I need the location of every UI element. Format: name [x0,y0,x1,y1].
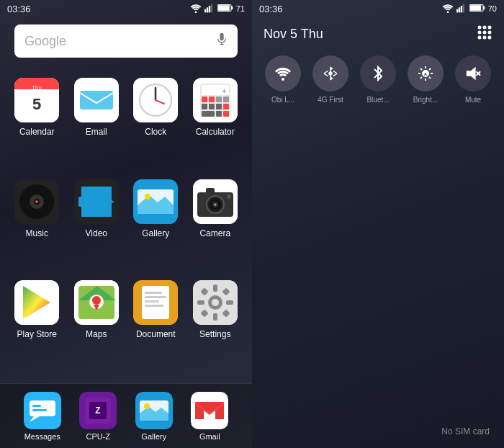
calendar-app-icon: 5 Thu [14,78,59,122]
messages-dock-label: Messages [24,432,60,441]
toggle-item-mute[interactable]: Mute [455,55,491,104]
status-bar-right: 03:36 [252,0,504,17]
battery-icon-left [217,4,233,14]
messages-dock-icon [24,392,61,429]
no-sim-text: No SIM card [441,426,490,436]
toggle-label-wifi: Obi L... [271,96,294,104]
notification-date: Nov 5 Thu [264,27,323,42]
dock-item-gallery[interactable]: Gallery [135,392,173,441]
toggle-circle-brightness: A [408,55,444,91]
wifi-icon-right [442,4,454,14]
dock-item-cpuz[interactable]: Z CPU-Z [79,392,117,441]
calendar-label: Calendar [19,127,55,137]
camera-label: Camera [199,228,230,238]
svg-point-57 [214,203,216,205]
dock-item-messages[interactable]: Messages [24,392,61,441]
app-item-document[interactable]: Document [126,274,186,376]
dock-item-gmail[interactable]: Gmail [191,392,228,441]
svg-marker-130 [467,68,475,79]
svg-rect-107 [483,6,485,9]
toggle-circle-bluetooth [360,55,396,91]
app-item-maps[interactable]: Maps [67,274,127,376]
svg-rect-6 [231,6,233,9]
svg-point-110 [483,26,487,30]
left-panel: 03:36 [0,0,252,448]
svg-rect-70 [145,292,162,294]
svg-text:5: 5 [32,95,41,113]
svg-rect-77 [213,285,217,292]
gallery-app-icon [133,179,178,224]
app-item-calculator[interactable]: + Calculator [186,72,246,174]
svg-point-115 [478,36,482,40]
gmail-dock-label: Gmail [199,432,220,441]
svg-point-111 [488,26,492,30]
toggle-item-bluetooth[interactable]: Bluet... [360,55,396,104]
email-label: Email [86,127,107,137]
svg-point-59 [227,194,231,199]
calculator-app-icon: + [193,78,238,122]
right-panel: 03:36 [252,0,504,448]
svg-rect-88 [32,405,41,407]
app-item-music[interactable]: Music [7,174,67,275]
svg-rect-35 [216,111,222,117]
svg-rect-34 [202,111,215,117]
status-icons-right: 70 [442,4,497,14]
svg-rect-79 [197,300,204,305]
toggle-item-wifi[interactable]: Obi L... [265,55,301,104]
settings-app-icon [193,280,238,325]
svg-rect-80 [226,300,233,305]
gmail-dock-icon [191,392,228,429]
svg-point-113 [483,31,487,35]
app-item-camera[interactable]: Camera [186,174,246,275]
battery-pct-left: 71 [236,4,245,13]
svg-rect-3 [209,6,210,12]
svg-rect-72 [145,300,159,303]
notification-header: Nov 5 Thu [252,17,504,50]
toggle-label-bluetooth: Bluet... [366,96,389,104]
clock-app-icon [133,78,178,122]
svg-line-128 [420,77,422,79]
document-app-icon [133,280,178,325]
email-app-icon [74,78,119,122]
app-item-gallery[interactable]: Gallery [126,174,186,275]
svg-rect-108 [469,5,480,10]
dock: Messages Z CPU-Z [0,383,252,448]
mic-icon[interactable] [216,32,228,50]
svg-text:Z: Z [96,406,101,416]
settings-label: Settings [199,329,230,339]
toggle-item-brightness[interactable]: A Bright... [408,55,444,104]
app-item-calendar[interactable]: 5 Thu Calendar [7,72,67,174]
app-item-email[interactable]: Email [67,72,127,174]
svg-rect-27 [209,97,215,102]
svg-point-51 [145,194,150,200]
app-item-clock[interactable]: Clock [126,72,186,174]
app-item-video[interactable]: Video [67,174,127,275]
svg-rect-4 [211,4,212,12]
svg-rect-30 [202,104,207,109]
svg-rect-73 [145,305,163,307]
status-icons-left: 71 [190,4,245,14]
search-bar[interactable]: Google [14,24,238,58]
svg-rect-102 [456,9,458,12]
svg-point-76 [212,299,219,306]
toggle-item-4g[interactable]: 4G First [312,55,348,104]
battery-icon-right [469,4,485,14]
svg-text:A: A [424,72,428,76]
svg-point-117 [488,36,492,40]
app-item-settings[interactable]: Settings [186,274,246,376]
grid-icon[interactable] [477,24,492,44]
svg-rect-8 [220,32,223,40]
app-item-playstore[interactable]: Play Store [7,274,67,376]
svg-point-114 [488,31,492,35]
svg-rect-32 [216,104,222,109]
cpuz-dock-label: CPU-Z [86,432,110,441]
svg-rect-86 [30,400,55,416]
svg-point-112 [478,31,482,35]
svg-rect-1 [204,9,206,12]
svg-point-41 [35,200,38,203]
signal-icon-left [204,4,215,14]
status-time-left: 03:36 [7,4,31,14]
wifi-icon-left [190,4,202,14]
svg-rect-36 [223,111,229,117]
svg-rect-105 [463,4,464,12]
